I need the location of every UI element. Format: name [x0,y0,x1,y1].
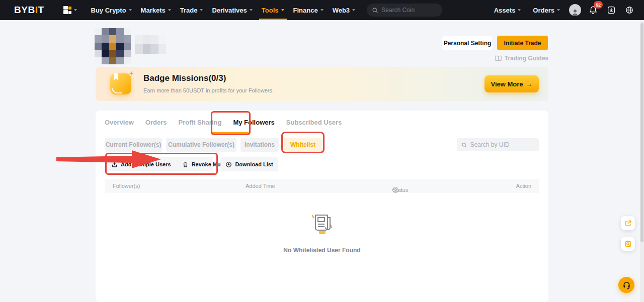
language-button[interactable] [622,0,637,20]
trading-guides-link[interactable]: Trading Guides [448,54,548,63]
apps-menu-button[interactable] [51,0,82,20]
chevron-down-icon [281,9,284,11]
nav-item-orders[interactable]: Orders [528,0,565,20]
bybit-logo[interactable]: BYBIT [14,5,44,16]
trash-icon [182,161,189,168]
chevron-down-icon [320,9,324,11]
nav-item-web3[interactable]: Web3 [328,0,360,20]
empty-state-message: No Whitelisted User Found [96,247,548,254]
add-multiple-users-button[interactable]: Add Multiple Users [106,157,177,171]
notification-count-badge: 52 [594,1,603,9]
account-avatar-button[interactable] [568,0,583,20]
nav-item-label: Derivatives [212,7,247,14]
search-icon [372,7,378,14]
main-menu: Buy Crypto Markets Trade Derivatives Too… [87,0,360,20]
nav-item-trade[interactable]: Trade [176,0,208,20]
column-header-followers: Follower(s) [113,183,140,189]
tab-orders[interactable]: Orders [145,119,167,126]
book-icon [495,55,502,62]
tab-subscribed-users[interactable]: Subscribed Users [286,119,342,126]
nav-item-buy-crypto[interactable]: Buy Crypto [87,0,136,20]
search-by-uid-input[interactable] [470,141,534,148]
customer-support-button[interactable] [618,277,634,293]
nav-item-tools[interactable]: Tools [257,0,289,20]
subtab-invitations[interactable]: Invitations [240,138,279,152]
globe-icon [625,6,634,15]
document-search-icon [624,240,632,248]
add-multiple-users-label: Add Multiple Users [121,161,171,167]
subtab-cumulative-followers[interactable]: Cumulative Follower(s) [166,138,236,152]
scrollbar-thumb[interactable] [640,23,643,242]
column-header-added-time: Added Time [246,183,275,189]
search-coin-input[interactable] [381,7,437,14]
nav-item-label: Web3 [333,7,350,14]
nav-item-label: Trade [180,7,198,14]
headset-icon [622,281,631,289]
badge-missions-banner: Badge Missions(0/3) Earn more than 50USD… [96,67,548,101]
personal-setting-button[interactable]: Personal Setting [442,36,493,50]
person-icon [571,8,580,16]
nav-item-label: Finance [293,7,318,14]
chevron-down-icon [352,9,355,11]
logo-text: T [38,5,44,16]
chevron-down-icon [129,9,132,11]
download-circle-icon [225,161,232,168]
help-icon[interactable]: ? [392,187,398,193]
subtab-whitelist[interactable]: Whitelist [284,138,322,152]
search-icon [461,142,467,148]
nav-item-label: Orders [533,7,554,14]
nav-item-label: Buy Crypto [91,7,126,14]
followers-panel: Overview Orders Profit Sharing My Follow… [96,111,548,302]
chevron-down-icon [518,9,521,11]
initiate-trade-button[interactable]: Initiate Trade [497,36,548,50]
download-app-button[interactable] [604,0,619,20]
download-list-button[interactable]: Download List [220,157,278,171]
chevron-down-icon [200,9,203,11]
tab-my-followers[interactable]: My Followers [233,119,274,126]
search-by-uid-box[interactable] [457,138,539,151]
view-more-label: View More [491,80,523,88]
logo-text: BYB [14,5,35,16]
nav-item-label: Tools [262,7,279,14]
banner-title: Badge Missions(0/3) [143,73,226,83]
nav-item-label: Markets [141,7,166,14]
table-header-row: Follower(s) Added Time Status ? Action [105,179,539,193]
subtab-current-followers[interactable]: Current Follower(s) [105,138,162,152]
badge-missions-icon [108,71,133,96]
nav-item-markets[interactable]: Markets [136,0,176,20]
avatar [569,4,581,16]
nav-item-derivatives[interactable]: Derivatives [207,0,257,20]
tab-profit-sharing[interactable]: Profit Sharing [178,119,221,126]
active-nav-underline [259,19,287,20]
download-icon [607,6,616,15]
chevron-down-icon [74,9,77,11]
upload-icon [111,161,118,168]
view-more-button[interactable]: View More → [485,75,539,92]
chevron-down-icon [557,9,560,11]
arrow-right-icon: → [526,80,533,88]
sparkle-icon [128,70,134,76]
chevron-down-icon [168,9,171,11]
banner-subtitle: Earn more than 50USDT in profits for you… [143,87,274,93]
avatar-blurred [95,28,131,64]
apps-grid-icon [63,6,71,14]
external-link-icon [624,220,632,227]
search-coin-box[interactable] [367,4,442,17]
tab-overview[interactable]: Overview [105,119,134,126]
notifications-button[interactable]: 52 [586,0,601,20]
top-navigation-bar: BYBIT Buy Crypto Markets Trade Derivativ… [0,0,644,20]
download-list-label: Download List [235,161,273,167]
column-header-action: Action [516,183,531,189]
chevron-down-icon [250,9,253,11]
bulk-actions-group: Add Multiple Users Revoke Multiple Users [106,157,213,171]
preview-search-button[interactable] [621,237,635,251]
empty-state-icon [309,211,335,239]
nav-item-assets[interactable]: Assets [490,0,526,20]
trading-guides-label: Trading Guides [505,55,548,62]
active-tab-underline [211,132,249,134]
nav-item-label: Assets [494,7,516,14]
username-blurred [135,35,166,54]
nav-right-section: Assets Orders 52 [490,0,637,20]
share-external-button[interactable] [621,216,635,230]
nav-item-finance[interactable]: Finance [289,0,328,20]
